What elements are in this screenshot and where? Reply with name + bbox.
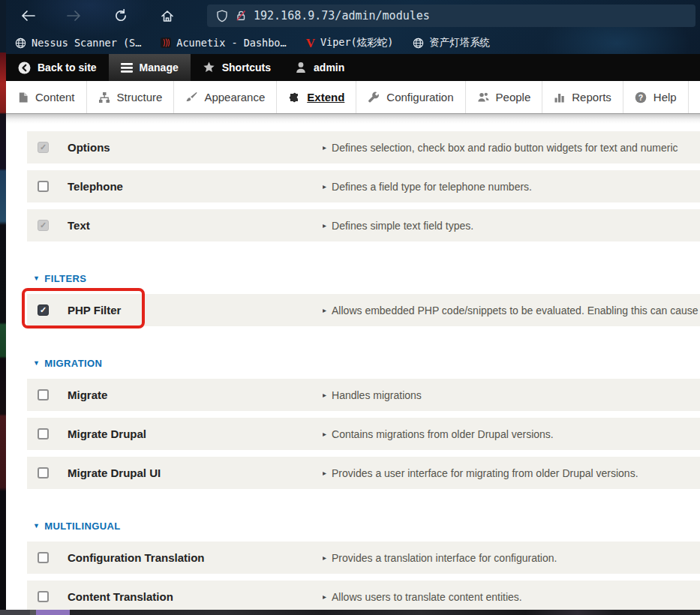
module-description-text: Handles migrations: [332, 389, 422, 401]
section-title: MULTILINGUAL: [44, 520, 120, 532]
module-checkbox[interactable]: [38, 591, 49, 602]
shortcuts-label: Shortcuts: [222, 62, 271, 74]
module-description[interactable]: ▸Defines a field type for telephone numb…: [323, 181, 700, 193]
help-icon: ?: [635, 92, 647, 104]
module-name: Configuration Translation: [68, 551, 323, 564]
expand-arrow-icon: ▸: [323, 592, 326, 601]
bookmark-item[interactable]: 资产灯塔系统: [413, 36, 490, 50]
back-to-site-label: Back to site: [38, 62, 97, 74]
acunetix-icon: [161, 38, 171, 48]
modules-page: ✓Options▸Defines selection, check box an…: [6, 124, 700, 613]
tab-people[interactable]: People: [466, 81, 543, 113]
module-name: Telephone: [68, 180, 323, 193]
module-description-text: Provides a user interface for migrating …: [332, 467, 638, 479]
bookmark-item[interactable]: Acunetix - Dashbo…: [161, 37, 286, 49]
section-title: MIGRATION: [44, 358, 102, 369]
people-icon: [477, 92, 489, 103]
tab-label: Structure: [117, 91, 163, 104]
module-description[interactable]: ▸Provides a translation interface for co…: [323, 552, 700, 564]
insecure-lock-icon[interactable]: [235, 10, 247, 22]
bookmark-label: Nessus Scanner (S…: [32, 37, 141, 49]
tab-bar-filler: [689, 81, 700, 113]
module-description-text: Defines a field type for telephone numbe…: [332, 181, 532, 193]
browser-window: 192.168.9.73/admin/modules Nessus Scanne…: [6, 0, 700, 615]
checkbox-cell: [27, 467, 68, 478]
module-row: Migrate▸Handles migrations: [27, 379, 700, 411]
manage-button[interactable]: Manage: [109, 54, 191, 81]
drupal-admin-toolbar: Back to site Manage Shortcuts admin: [6, 54, 700, 81]
expand-arrow-icon: ▸: [323, 221, 326, 230]
module-description[interactable]: ▸Provides a user interface for migrating…: [323, 467, 700, 479]
section-header-multilingual[interactable]: ▼MULTILINGUAL: [33, 520, 700, 532]
tab-structure[interactable]: Structure: [87, 81, 175, 113]
module-description-text: Allows embedded PHP code/snippets to be …: [332, 304, 700, 316]
tab-label: Reports: [572, 91, 611, 104]
module-checkbox[interactable]: [38, 181, 49, 192]
module-description[interactable]: ▸Allows embedded PHP code/snippets to be…: [323, 304, 700, 316]
star-icon: [203, 62, 215, 74]
desktop-wallpaper-strip: [0, 0, 6, 615]
section-header-migration[interactable]: ▼MIGRATION: [33, 358, 700, 369]
module-row: Migrate Drupal▸Contains migrations from …: [27, 418, 700, 450]
reload-icon[interactable]: [108, 4, 134, 27]
module-description[interactable]: ▸Contains migrations from older Drupal v…: [323, 428, 700, 440]
checkbox-cell: [27, 591, 68, 602]
svg-text:?: ?: [638, 92, 643, 101]
module-checkbox[interactable]: [38, 552, 49, 563]
module-description-text: Provides a translation interface for con…: [332, 552, 557, 564]
module-checkbox: ✓: [38, 220, 49, 231]
toolbar-shadow: [6, 114, 700, 124]
tab-label: Extend: [307, 91, 344, 104]
module-description[interactable]: ▸Allows users to translate content entit…: [323, 591, 700, 603]
shield-icon[interactable]: [216, 10, 228, 22]
module-row: ✓PHP Filter▸Allows embedded PHP code/sni…: [27, 294, 700, 326]
module-description[interactable]: ▸Defines simple text field types.: [323, 220, 700, 232]
highlight-annotation: [22, 288, 145, 328]
tab-help[interactable]: ?Help: [623, 81, 689, 113]
module-checkbox[interactable]: [38, 467, 49, 478]
expand-arrow-icon: ▸: [323, 554, 326, 562]
shortcuts-button[interactable]: Shortcuts: [191, 54, 283, 81]
module-name: Options: [68, 141, 323, 154]
module-description[interactable]: ▸Handles migrations: [323, 389, 700, 401]
url-bar[interactable]: 192.168.9.73/admin/modules: [207, 4, 695, 27]
bookmark-item[interactable]: VViper(炫彩蛇): [306, 36, 394, 50]
tab-configuration[interactable]: Configuration: [356, 81, 465, 113]
tab-extend[interactable]: Extend: [277, 81, 356, 113]
section-header-filters[interactable]: ▼FILTERS: [33, 273, 700, 284]
globe-icon: [15, 38, 26, 49]
module-description-text: Contains migrations from older Drupal ve…: [332, 428, 554, 440]
tab-appearance[interactable]: Appearance: [174, 81, 277, 113]
collapse-triangle-icon: ▼: [33, 523, 40, 530]
tab-content[interactable]: Content: [6, 81, 87, 113]
module-name: Migrate Drupal UI: [68, 466, 323, 479]
admin-tab-bar: ContentStructureAppearanceExtendConfigur…: [6, 81, 700, 114]
bookmark-label: Viper(炫彩蛇): [320, 36, 393, 50]
module-checkbox[interactable]: [38, 389, 49, 400]
bookmark-item[interactable]: Nessus Scanner (S…: [15, 37, 141, 49]
appearance-icon: [185, 92, 197, 104]
admin-user-button[interactable]: admin: [283, 54, 356, 81]
module-checkbox[interactable]: [38, 428, 49, 440]
module-row: ✓Options▸Defines selection, check box an…: [27, 131, 700, 164]
collapse-triangle-icon: ▼: [33, 275, 40, 282]
module-description-text: Defines simple text field types.: [332, 220, 473, 232]
home-icon[interactable]: [155, 4, 180, 27]
module-row: Configuration Translation▸Provides a tra…: [27, 542, 700, 574]
module-description[interactable]: ▸Defines selection, check box and radio …: [323, 142, 700, 154]
tab-label: People: [496, 91, 531, 104]
forward-icon[interactable]: [62, 4, 87, 27]
expand-arrow-icon: ▸: [323, 391, 326, 399]
configuration-icon: [368, 92, 380, 104]
tab-reports[interactable]: Reports: [542, 81, 623, 113]
back-icon[interactable]: [15, 4, 41, 27]
url-text[interactable]: 192.168.9.73/admin/modules: [254, 9, 430, 22]
expand-arrow-icon: ▸: [323, 306, 326, 314]
expand-arrow-icon: ▸: [323, 469, 326, 477]
checkbox-cell: [27, 552, 68, 563]
tab-label: Help: [653, 91, 677, 104]
back-to-site-button[interactable]: Back to site: [6, 54, 109, 81]
checkbox-cell: [27, 389, 68, 400]
bookmark-label: Acunetix - Dashbo…: [176, 37, 286, 49]
bottom-taskbar-sliver: [0, 610, 700, 615]
